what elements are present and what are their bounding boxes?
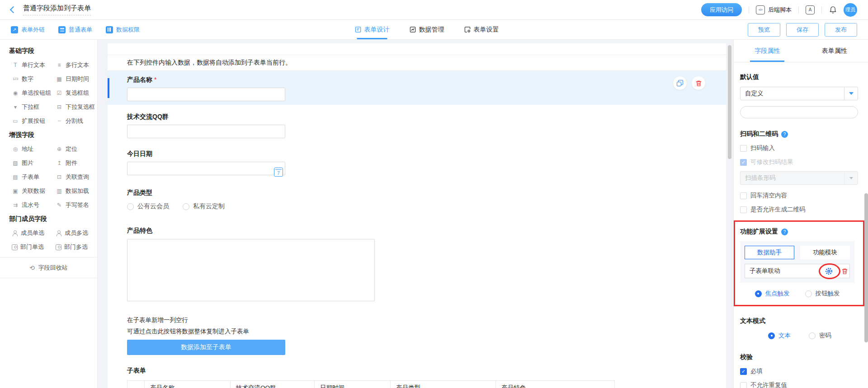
add-to-subform-button[interactable]: 数据添加至子表单	[127, 340, 285, 355]
sidebar-item-radio-group[interactable]: ◉单选按钮组	[12, 89, 56, 97]
radio-password-mode[interactable]: 密码	[809, 332, 831, 340]
sidebar-item-data-load[interactable]: ▥数据加载	[56, 187, 99, 195]
trash-icon	[841, 268, 848, 275]
today-date-input[interactable]	[127, 162, 285, 175]
checkbox-icon	[740, 145, 747, 152]
field-product-type[interactable]: 产品类型 公有云会员 私有云定制	[108, 175, 726, 210]
calendar-icon[interactable]: 7	[274, 168, 283, 177]
signature-icon: ✎	[56, 202, 63, 208]
contact-book-icon[interactable]: A	[806, 5, 815, 14]
tab-label: 表单设置	[474, 26, 499, 34]
col-header-product-type: 产品类型	[391, 381, 496, 388]
checkbox-modify-scan-result[interactable]: ✓ 可修改扫码结果	[740, 158, 858, 166]
subform-linkage-item[interactable]: 子表单联动	[745, 264, 850, 278]
field-product-feature[interactable]: 产品特色	[108, 210, 726, 301]
sidebar-item-checkbox-group[interactable]: ☑复选框组	[56, 89, 99, 97]
backend-script-button[interactable]: 后端脚本	[768, 6, 792, 14]
publish-button[interactable]: 发布	[825, 23, 857, 37]
required-mark: *	[154, 76, 156, 83]
preview-button[interactable]: 预览	[748, 23, 780, 37]
sidebar-item-extend-button[interactable]: ▭扩展按钮	[12, 117, 56, 125]
radio-button-trigger[interactable]: 按钮触发	[805, 290, 840, 298]
sidebar-item-divider[interactable]: ┄分割线	[56, 117, 99, 125]
checkbox-scan-input[interactable]: 扫码输入	[740, 144, 858, 152]
link-form-external[interactable]: ↗ 表单外链	[11, 26, 45, 34]
subform-block[interactable]: 子表单 产品名称 技术交流QQ群 日期时间 产品类型 产品特色	[108, 355, 726, 388]
default-value-select[interactable]: 自定义	[740, 87, 858, 100]
checkbox-allow-qrcode[interactable]: 是否允许生成二维码	[740, 206, 858, 214]
sidebar-item-attachment[interactable]: ↥附件	[56, 159, 99, 167]
sidebar-item-multi-select[interactable]: ⊟下拉复选框	[56, 103, 99, 111]
sidebar-item-single-line-text[interactable]: T单行文本	[12, 61, 56, 69]
radio-focus-trigger[interactable]: 焦点触发	[755, 290, 790, 298]
tab-field-properties[interactable]: 字段属性	[734, 40, 801, 62]
back-icon[interactable]	[10, 6, 17, 14]
sidebar-item-number[interactable]: 123数字	[12, 75, 56, 83]
delete-linkage-button[interactable]	[841, 268, 848, 276]
sidebar-item-member-multi[interactable]: 成员多选	[56, 229, 99, 237]
sidebar-item-select[interactable]: ▾下拉框	[12, 103, 56, 111]
avatar[interactable]: 理员	[844, 3, 857, 17]
sidebar-item-department-single[interactable]: 部门单选	[12, 243, 56, 251]
help-icon[interactable]: ?	[781, 131, 788, 138]
canvas-scrollbar[interactable]	[728, 45, 731, 159]
form-instruction: 在下列控件内输入数据，数据将自动添加到子表单当前行。	[108, 55, 726, 71]
link-normal-form[interactable]: 普通表单	[58, 26, 92, 34]
sidebar-item-address[interactable]: ◎地址	[12, 145, 56, 153]
sidebar-item-datetime[interactable]: ▦日期时间	[56, 75, 99, 83]
field-today-date[interactable]: 今日日期 7	[108, 138, 726, 175]
gear-icon[interactable]	[825, 267, 833, 277]
multi-line-text-icon: ≡	[56, 62, 63, 68]
checkbox-no-repeat[interactable]: 不允许重复值	[740, 381, 858, 388]
radio-public-cloud[interactable]: 公有云会员	[127, 202, 169, 210]
sidebar-item-related-query[interactable]: ⊡关联查询	[56, 173, 99, 181]
checkbox-label: 是否允许生成二维码	[750, 206, 806, 214]
helper-line-2: 可通过点击此按钮将数据整体复制进入子表单	[127, 327, 707, 336]
product-name-input[interactable]	[127, 88, 285, 101]
chevron-down-icon	[849, 92, 854, 95]
function-module-tab[interactable]: 功能模块	[800, 246, 850, 259]
help-icon[interactable]: ?	[781, 229, 788, 235]
panel-scrollbar[interactable]	[864, 193, 868, 342]
bell-icon[interactable]	[829, 5, 837, 14]
product-feature-textarea[interactable]	[127, 239, 375, 301]
sidebar-item-department-multi[interactable]: 部门多选	[56, 243, 99, 251]
radio-text-mode[interactable]: 文本	[768, 332, 791, 340]
app-access-button[interactable]: 应用访问	[701, 3, 742, 16]
external-link-icon: ↗	[11, 26, 18, 33]
sidebar-item-subform[interactable]: ▤子表单	[12, 173, 56, 181]
tab-data-manage[interactable]: 数据管理	[410, 20, 444, 39]
save-button[interactable]: 保存	[786, 23, 819, 37]
divider	[0, 278, 97, 278]
sidebar-item-serial-number[interactable]: ⇉流水号	[12, 201, 56, 209]
checkbox-required[interactable]: ✓ 必填	[740, 367, 858, 375]
helper-block: 在子表单新增一列空行 可通过点击此按钮将数据整体复制进入子表单 数据添加至子表单	[108, 301, 726, 355]
field-qq-group[interactable]: 技术交流QQ群	[108, 105, 726, 138]
link-data-permission[interactable]: 数据权限	[106, 26, 140, 34]
form-settings-icon	[464, 26, 471, 33]
field-palette-sidebar: 基础字段 T单行文本 ≡多行文本 123数字 ▦日期时间 ◉单选按钮组 ☑复选框…	[0, 40, 98, 388]
sidebar-item-related-data[interactable]: ▣关联数据	[12, 187, 56, 195]
field-recycle-bin[interactable]: ⟲ 字段回收站	[0, 257, 97, 278]
radio-private-cloud[interactable]: 私有云定制	[183, 202, 225, 210]
attachment-icon: ↥	[56, 160, 63, 166]
divider	[821, 6, 822, 14]
checkbox-label: 可修改扫码结果	[750, 158, 793, 166]
tab-form-settings[interactable]: 表单设置	[464, 20, 499, 39]
sidebar-item-location[interactable]: ⊕定位	[56, 145, 99, 153]
sidebar-item-image[interactable]: ▧图片	[12, 159, 56, 167]
default-value-input[interactable]	[740, 106, 858, 118]
sidebar-item-signature[interactable]: ✎手写签名	[56, 201, 99, 209]
checkbox-clear-on-enter[interactable]: 回车清空内容	[740, 192, 858, 200]
related-query-icon: ⊡	[56, 174, 63, 180]
sidebar-item-multi-line-text[interactable]: ≡多行文本	[56, 61, 99, 69]
data-assistant-tab[interactable]: 数据助手	[745, 246, 794, 259]
qq-group-input[interactable]	[127, 125, 285, 138]
tab-form-design[interactable]: 表单设计	[355, 20, 390, 39]
sidebar-item-member-single[interactable]: 成员单选	[12, 229, 56, 237]
delete-field-button[interactable]	[692, 76, 705, 90]
tab-form-properties[interactable]: 表单属性	[801, 40, 868, 62]
divider	[749, 6, 749, 14]
field-product-name-selected[interactable]: 产品名称*	[108, 71, 726, 105]
copy-field-button[interactable]	[673, 76, 687, 90]
